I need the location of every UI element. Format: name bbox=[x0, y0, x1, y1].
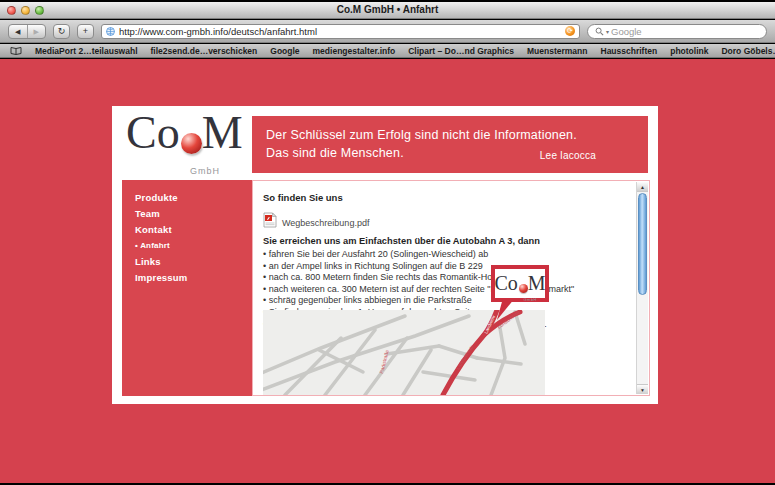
sidebar-nav-item[interactable]: Links bbox=[135, 257, 252, 267]
bookmarks-bar: MediaPort 2…teilauswahlfile2send.de…vers… bbox=[0, 44, 775, 58]
window-controls bbox=[7, 6, 44, 15]
directions-item: an der Ampel links in Richtung Solingen … bbox=[263, 261, 627, 273]
map-callout: Co M GmbH bbox=[491, 265, 549, 302]
sidebar-nav-item[interactable]: Kontakt bbox=[135, 225, 252, 235]
pdf-link-label: Wegbeschreibung.pdf bbox=[282, 218, 369, 228]
bookmarks-book-icon[interactable] bbox=[10, 46, 22, 55]
window-title: Co.M GmbH • Anfahrt bbox=[0, 2, 775, 18]
directions-item: nach weiteren ca. 300 Metern ist auf der… bbox=[263, 284, 627, 296]
pdf-file-icon bbox=[263, 212, 277, 228]
logo-red-sphere-icon bbox=[519, 284, 528, 293]
search-icon bbox=[595, 27, 604, 36]
bookmark-item[interactable]: MediaPort 2…teilauswahl bbox=[35, 46, 138, 56]
add-bookmark-button[interactable]: + bbox=[77, 24, 94, 39]
logo-text-right: M bbox=[202, 112, 243, 154]
url-input[interactable] bbox=[119, 26, 561, 37]
forward-button[interactable]: ▶ bbox=[27, 25, 46, 38]
logo-text-left: Co bbox=[126, 112, 180, 154]
nav-buttons: ◀ ▶ bbox=[8, 24, 46, 39]
content-frame: So finden Sie uns Wegbeschreibung.pdf Si… bbox=[252, 180, 650, 396]
close-button[interactable] bbox=[7, 6, 16, 15]
search-input[interactable] bbox=[611, 26, 759, 37]
logo-text-left: Co bbox=[494, 274, 517, 292]
bookmark-item[interactable]: photolink bbox=[670, 46, 708, 56]
logo-suffix: GmbH bbox=[190, 166, 220, 176]
page-title: So finden Sie uns bbox=[263, 192, 627, 203]
page-container: Co M GmbH Der Schlüssel zum Erfolg sind … bbox=[112, 106, 658, 404]
bookmark-item[interactable]: file2send.de…verschicken bbox=[151, 46, 258, 56]
address-bar[interactable]: ⟳ bbox=[101, 24, 580, 39]
browser-toolbar: ◀ ▶ ↻ + ⟳ ▾ bbox=[0, 20, 775, 43]
sidebar-nav-item[interactable]: Produkte bbox=[135, 193, 252, 203]
back-button[interactable]: ◀ bbox=[9, 25, 27, 38]
scrollbar-thumb[interactable] bbox=[638, 193, 647, 295]
bookmark-item[interactable]: Muenstermann bbox=[527, 46, 587, 56]
web-page: Co M GmbH Der Schlüssel zum Erfolg sind … bbox=[0, 59, 775, 483]
back-icon: ◀ bbox=[15, 28, 20, 35]
scroll-up-arrow[interactable]: ▲ bbox=[637, 182, 648, 192]
forward-icon: ▶ bbox=[34, 28, 39, 35]
bookmark-item[interactable]: Doro Göbels…afenagentur bbox=[721, 46, 775, 56]
logo-text-right: M bbox=[528, 274, 546, 292]
directions-item: schräg gegenüber links abbiegen in die P… bbox=[263, 295, 627, 307]
globe-icon bbox=[106, 27, 115, 36]
bookmark-item[interactable]: Clipart – Do…nd Graphics bbox=[408, 46, 514, 56]
window-titlebar: Co.M GmbH • Anfahrt bbox=[0, 2, 775, 19]
scroll-up-icon: ▲ bbox=[640, 184, 645, 190]
quote-attribution: Lee Iacocca bbox=[540, 147, 596, 165]
chevron-down-icon: ▾ bbox=[606, 28, 609, 35]
quote-banner: Der Schlüssel zum Erfolg sind nicht die … bbox=[252, 116, 648, 173]
logo-suffix: GmbH bbox=[523, 297, 537, 302]
sidebar-nav-item[interactable]: Team bbox=[135, 209, 252, 219]
company-logo[interactable]: Co M GmbH bbox=[122, 112, 252, 178]
sidebar-nav-item[interactable]: • Anfahrt bbox=[135, 241, 252, 251]
map-callout-logo: Co M GmbH bbox=[494, 274, 545, 292]
sidebar-nav: ProdukteTeamKontakt• AnfahrtLinksImpress… bbox=[122, 180, 252, 396]
reload-button[interactable]: ↻ bbox=[53, 24, 70, 39]
location-map: Landwehrstr. Landwehr Löhdorferstr. Park… bbox=[263, 310, 545, 395]
map-callout-tail bbox=[497, 298, 517, 320]
bookmark-item[interactable]: Hausschriften bbox=[601, 46, 658, 56]
search-field[interactable]: ▾ bbox=[587, 24, 767, 39]
pdf-link[interactable]: Wegbeschreibung.pdf bbox=[263, 212, 627, 228]
scroll-down-arrow[interactable]: ▼ bbox=[637, 384, 648, 394]
logo-red-sphere-icon bbox=[181, 133, 202, 154]
reload-icon: ↻ bbox=[58, 26, 66, 36]
directions-item: fahren Sie bei der Ausfahrt 20 (Solingen… bbox=[263, 249, 627, 261]
sidebar-nav-item[interactable]: Impressum bbox=[135, 273, 252, 283]
zoom-button[interactable] bbox=[35, 6, 44, 15]
directions-item: nach ca. 800 Metern finden Sie rechts da… bbox=[263, 272, 627, 284]
rss-icon[interactable]: ⟳ bbox=[565, 26, 575, 36]
quote-line1: Der Schlüssel zum Erfolg sind nicht die … bbox=[266, 126, 648, 144]
plus-icon: + bbox=[83, 26, 88, 36]
bookmark-item[interactable]: Google bbox=[270, 46, 299, 56]
scroll-down-icon: ▼ bbox=[640, 387, 645, 393]
directions-intro: Sie erreichen uns am Einfachsten über di… bbox=[263, 236, 627, 246]
content-scrollbar[interactable]: ▲ ▼ bbox=[636, 182, 648, 394]
bookmark-item[interactable]: mediengestalter.info bbox=[313, 46, 396, 56]
minimize-button[interactable] bbox=[21, 6, 30, 15]
